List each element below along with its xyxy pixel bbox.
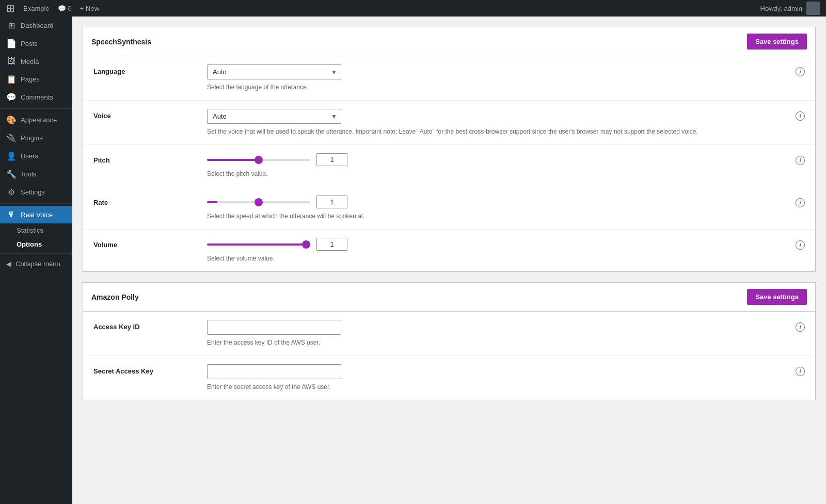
- real-voice-icon: 🎙: [6, 210, 17, 219]
- sidebar-item-label: Users: [21, 152, 38, 160]
- sidebar-item-label: Posts: [21, 40, 38, 47]
- user-avatar[interactable]: [806, 2, 820, 15]
- secret-access-key-description: Enter the secret access key of the AWS u…: [207, 382, 789, 392]
- amazon-polly-save-button[interactable]: Save settings: [747, 289, 807, 305]
- sidebar-item-appearance[interactable]: 🎨 Appearance: [0, 111, 72, 129]
- new-link[interactable]: + New: [80, 5, 99, 12]
- sidebar-item-pages[interactable]: 📋 Pages: [0, 70, 72, 88]
- voice-content: Auto ▼ Set the voice that will be used t…: [207, 109, 789, 136]
- access-key-id-content: Enter the access key ID of the AWS user.: [207, 320, 789, 347]
- pitch-info-icon[interactable]: i: [796, 153, 805, 165]
- site-name[interactable]: Example: [23, 5, 50, 12]
- rate-slider[interactable]: [207, 201, 310, 203]
- sidebar-item-tools[interactable]: 🔧 Tools: [0, 165, 72, 183]
- rate-label: Rate: [93, 196, 207, 206]
- comment-icon: 💬: [58, 5, 66, 12]
- sidebar-sub-item-options[interactable]: Options: [0, 237, 72, 251]
- sidebar: ⊞ Dashboard 📄 Posts 🖼 Media 📋 Pages 💬 Co…: [0, 17, 72, 504]
- sidebar-item-label: Tools: [21, 170, 36, 178]
- settings-icon: ⚙: [6, 187, 17, 197]
- voice-info-icon[interactable]: i: [796, 109, 805, 121]
- access-key-id-input[interactable]: [207, 320, 341, 335]
- voice-info-circle[interactable]: i: [796, 111, 805, 121]
- secret-access-key-info-circle[interactable]: i: [796, 367, 805, 376]
- sidebar-item-plugins[interactable]: 🔌 Plugins: [0, 129, 72, 147]
- pitch-slider-row: [207, 153, 789, 166]
- volume-value-input[interactable]: [316, 238, 347, 251]
- speechsynthesis-header: SpeechSynthesis Save settings: [83, 27, 815, 56]
- posts-icon: 📄: [6, 39, 17, 48]
- language-select[interactable]: Auto: [207, 64, 341, 79]
- sidebar-sub-item-statistics[interactable]: Statistics: [0, 223, 72, 237]
- volume-slider[interactable]: [207, 243, 310, 246]
- amazon-polly-body: Access Key ID Enter the access key ID of…: [83, 312, 815, 400]
- secret-access-key-info-icon[interactable]: i: [796, 364, 805, 376]
- comments-link[interactable]: 💬 0: [58, 5, 72, 12]
- topbar: ⊞ Example 💬 0 + New Howdy, admin: [0, 0, 826, 17]
- secret-access-key-input[interactable]: [207, 364, 341, 379]
- topbar-right: Howdy, admin: [760, 2, 820, 15]
- access-key-id-info-circle[interactable]: i: [796, 322, 805, 332]
- rate-info-icon[interactable]: i: [796, 196, 805, 207]
- rate-description: Select the speed at which the utterance …: [207, 212, 789, 221]
- volume-content: Select the volume value.: [207, 238, 789, 263]
- access-key-id-description: Enter the access key ID of the AWS user.: [207, 338, 789, 347]
- users-icon: 👤: [6, 151, 17, 161]
- volume-info-icon[interactable]: i: [796, 238, 805, 250]
- collapse-menu-button[interactable]: ◀ Collapse menu: [0, 256, 72, 272]
- pitch-row: Pitch Select the pitch value. i: [83, 145, 815, 187]
- secret-access-key-row: Secret Access Key Enter the secret acces…: [83, 356, 815, 400]
- access-key-id-label: Access Key ID: [93, 320, 207, 331]
- appearance-icon: 🎨: [6, 115, 17, 125]
- sidebar-item-label: Plugins: [21, 134, 43, 142]
- sidebar-item-settings[interactable]: ⚙ Settings: [0, 183, 72, 201]
- rate-row: Rate Select the speed at which the utter…: [83, 187, 815, 230]
- access-key-id-row: Access Key ID Enter the access key ID of…: [83, 312, 815, 356]
- speechsynthesis-card: SpeechSynthesis Save settings Language A…: [83, 27, 816, 272]
- amazon-polly-card: Amazon Polly Save settings Access Key ID…: [83, 282, 816, 400]
- sidebar-item-dashboard[interactable]: ⊞ Dashboard: [0, 17, 72, 35]
- sidebar-separator-2: [0, 203, 72, 204]
- collapse-label: Collapse menu: [15, 260, 60, 268]
- pages-icon: 📋: [6, 74, 17, 84]
- language-content: Auto ▼ Select the language of the uttera…: [207, 64, 789, 92]
- dashboard-icon: ⊞: [6, 21, 17, 30]
- sidebar-separator-3: [0, 253, 72, 254]
- collapse-icon: ◀: [6, 260, 11, 268]
- access-key-id-info-icon[interactable]: i: [796, 320, 805, 332]
- voice-row: Voice Auto ▼ Set the voice that will be …: [83, 101, 815, 145]
- pitch-label: Pitch: [93, 153, 207, 164]
- comments-icon: 💬: [6, 92, 17, 102]
- pitch-content: Select the pitch value.: [207, 153, 789, 178]
- language-info-icon[interactable]: i: [796, 64, 805, 76]
- sidebar-separator-1: [0, 108, 72, 109]
- secret-access-key-content: Enter the secret access key of the AWS u…: [207, 364, 789, 392]
- speechsynthesis-save-button[interactable]: Save settings: [747, 34, 807, 50]
- pitch-slider[interactable]: [207, 159, 310, 161]
- voice-select-wrapper: Auto ▼: [207, 109, 341, 124]
- voice-label: Voice: [93, 109, 207, 120]
- sidebar-item-real-voice[interactable]: 🎙 Real Voice: [0, 206, 72, 223]
- amazon-polly-title: Amazon Polly: [91, 293, 139, 301]
- main-content: SpeechSynthesis Save settings Language A…: [72, 17, 826, 504]
- rate-info-circle[interactable]: i: [796, 198, 805, 207]
- speechsynthesis-title: SpeechSynthesis: [91, 38, 151, 46]
- sidebar-item-media[interactable]: 🖼 Media: [0, 53, 72, 70]
- volume-row: Volume Select the volume value. i: [83, 230, 815, 271]
- pitch-info-circle[interactable]: i: [796, 156, 805, 165]
- sidebar-item-users[interactable]: 👤 Users: [0, 147, 72, 165]
- sidebar-item-posts[interactable]: 📄 Posts: [0, 35, 72, 53]
- wp-logo-icon: ⊞: [6, 2, 15, 14]
- pitch-value-input[interactable]: [316, 153, 347, 166]
- volume-info-circle[interactable]: i: [796, 240, 805, 250]
- rate-value-input[interactable]: [316, 196, 347, 208]
- sidebar-item-comments[interactable]: 💬 Comments: [0, 88, 72, 106]
- voice-select[interactable]: Auto: [207, 109, 341, 124]
- volume-label: Volume: [93, 238, 207, 249]
- secret-access-key-label: Secret Access Key: [93, 364, 207, 375]
- comments-count: 0: [68, 5, 72, 12]
- volume-slider-row: [207, 238, 789, 251]
- language-info-circle[interactable]: i: [796, 67, 805, 76]
- language-row: Language Auto ▼ Select the language of t…: [83, 56, 815, 101]
- plugins-icon: 🔌: [6, 133, 17, 143]
